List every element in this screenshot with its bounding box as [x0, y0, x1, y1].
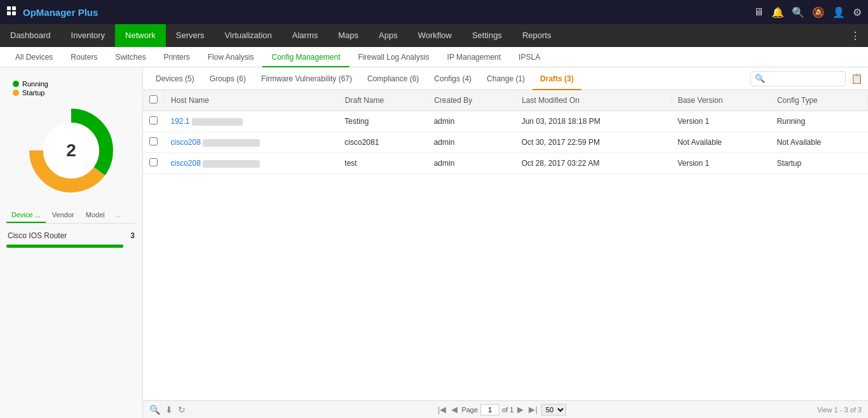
row-created-by: admin [428, 132, 515, 153]
subnav-firewall-log-analysis[interactable]: Firewall Log Analysis [349, 47, 438, 67]
subnav-config-management[interactable]: Config Management [262, 47, 349, 67]
notification-outline-icon[interactable]: 🔔 [771, 6, 784, 18]
sidebar-tab-vendor[interactable]: Vendor [47, 208, 79, 223]
user-icon[interactable]: 👤 [832, 6, 845, 18]
last-page-btn[interactable]: ▶| [527, 405, 538, 414]
subnav-ip-management[interactable]: IP Management [438, 47, 510, 67]
nav-maps[interactable]: Maps [328, 24, 369, 47]
app-grid-icon[interactable] [6, 6, 18, 19]
row-checkbox[interactable] [149, 137, 158, 145]
download-icon[interactable]: 📋 [851, 73, 863, 84]
tab-drafts[interactable]: Drafts (3) [532, 67, 581, 90]
header-config-type: Config Type [770, 90, 867, 111]
list-item: Cisco IOS Router 3 [6, 229, 136, 243]
sidebar: Running Startup 2 Devi [0, 67, 143, 418]
legend-startup-label: Startup [22, 89, 44, 97]
donut-container: Running Startup 2 [6, 74, 136, 205]
nav-reports[interactable]: Reports [512, 24, 562, 47]
row-base-version: Version 1 [671, 153, 770, 174]
select-all-checkbox[interactable] [149, 95, 158, 104]
sidebar-tab-more[interactable]: ... [111, 208, 125, 223]
nav-virtualization[interactable]: Virtualization [215, 24, 282, 47]
content-area: Running Startup 2 Devi [0, 67, 868, 418]
row-created-by: admin [428, 111, 515, 132]
row-config-type: Startup [770, 153, 867, 174]
nav-network[interactable]: Network [115, 24, 166, 47]
page-size-select[interactable]: 50 [541, 404, 566, 415]
config-search-input[interactable] [765, 74, 841, 83]
device-bar-row [6, 245, 136, 248]
svg-rect-2 [7, 11, 11, 15]
row-checkbox[interactable] [149, 158, 158, 166]
next-page-btn[interactable]: ▶ [516, 405, 525, 414]
row-draft-name: Testing [338, 111, 427, 132]
device-type-label: Cisco IOS Router [8, 231, 67, 240]
header-draft-name: Draft Name [338, 90, 427, 111]
nav-workflow[interactable]: Workflow [408, 24, 462, 47]
row-last-modified: Oct 30, 2017 22:59 PM [515, 132, 671, 153]
refresh-bottom-icon[interactable]: ↻ [178, 405, 186, 415]
row-config-type: Not Available [770, 132, 867, 153]
svg-rect-3 [12, 11, 16, 15]
tab-configs[interactable]: Configs (4) [426, 67, 479, 90]
nav-more-icon[interactable]: ⋮ [843, 30, 868, 42]
drafts-table: Host Name Draft Name Created By Last Mod… [143, 90, 868, 174]
hostname-link[interactable]: cisco208 [171, 159, 201, 168]
row-hostname: 192.1 [165, 111, 339, 132]
table-row: cisco208 cisco2081 admin Oct 30, 2017 22… [143, 132, 868, 153]
row-draft-name: test [338, 153, 427, 174]
subnav-ipsla[interactable]: IPSLA [510, 47, 549, 67]
row-last-modified: Oct 28, 2017 03:22 AM [515, 153, 671, 174]
download-bottom-icon[interactable]: ⬇ [165, 405, 173, 415]
hostname-link[interactable]: 192.1 [171, 117, 190, 126]
nav-apps[interactable]: Apps [369, 24, 408, 47]
nav-dashboard[interactable]: Dashboard [0, 24, 61, 47]
nav-servers[interactable]: Servers [166, 24, 215, 47]
sidebar-tab-model[interactable]: Model [81, 208, 110, 223]
subnav-switches[interactable]: Switches [106, 47, 154, 67]
subnav-printers[interactable]: Printers [154, 47, 198, 67]
row-checkbox[interactable] [149, 116, 158, 125]
legend-startup: Startup [13, 89, 48, 97]
nav-inventory[interactable]: Inventory [61, 24, 115, 47]
pagination-controls: |◀ ◀ Page of 1 ▶ ▶| 50 [186, 404, 817, 415]
subnav-flow-analysis[interactable]: Flow Analysis [199, 47, 263, 67]
tab-change[interactable]: Change (1) [479, 67, 532, 90]
row-hostname: cisco208 [165, 153, 339, 174]
search-bottom-icon[interactable]: 🔍 [149, 405, 160, 415]
tab-compliance[interactable]: Compliance (6) [360, 67, 426, 90]
tab-devices[interactable]: Devices (5) [148, 67, 202, 90]
nav-settings[interactable]: Settings [462, 24, 512, 47]
subnav-routers[interactable]: Routers [62, 47, 106, 67]
bottom-left-actions: 🔍 ⬇ ↻ [149, 405, 186, 415]
bell-icon[interactable]: 🔕 [812, 6, 825, 18]
table-body: 192.1 Testing admin Jun 03, 2018 18:18 P… [143, 111, 868, 174]
donut-legend: Running Startup [13, 80, 48, 97]
prev-page-btn[interactable]: ◀ [450, 405, 459, 414]
hostname-link[interactable]: cisco208 [171, 138, 201, 147]
gear-icon[interactable]: ⚙ [853, 6, 862, 18]
donut-center-number: 2 [66, 140, 76, 161]
row-base-version: Not Available [671, 132, 770, 153]
monitor-icon[interactable]: 🖥 [754, 6, 764, 18]
header-last-modified: Last Modified On [515, 90, 671, 111]
nav-alarms[interactable]: Alarms [282, 24, 328, 47]
tab-firmware-vulnerability[interactable]: Firmware Vulnerability (67) [254, 67, 360, 90]
search-icon[interactable]: 🔍 [792, 6, 804, 18]
tab-groups[interactable]: Groups (6) [202, 67, 254, 90]
header-created-by: Created By [428, 90, 515, 111]
subnav-all-devices[interactable]: All Devices [6, 47, 62, 67]
page-label: Page [461, 406, 478, 414]
config-search-box: 🔍 [750, 71, 846, 86]
page-input[interactable] [480, 404, 499, 415]
first-page-btn[interactable]: |◀ [437, 405, 447, 414]
row-created-by: admin [428, 153, 515, 174]
brand-title: OpManager Plus [23, 7, 754, 18]
sidebar-tab-device[interactable]: Device ... [6, 208, 46, 223]
hostname-blurred [192, 118, 243, 126]
config-tabs-right: 🔍 📋 [750, 71, 863, 86]
row-base-version: Version 1 [671, 111, 770, 132]
legend-startup-dot [13, 90, 19, 96]
hostname-blurred [203, 139, 260, 147]
device-type-count: 3 [130, 231, 135, 240]
